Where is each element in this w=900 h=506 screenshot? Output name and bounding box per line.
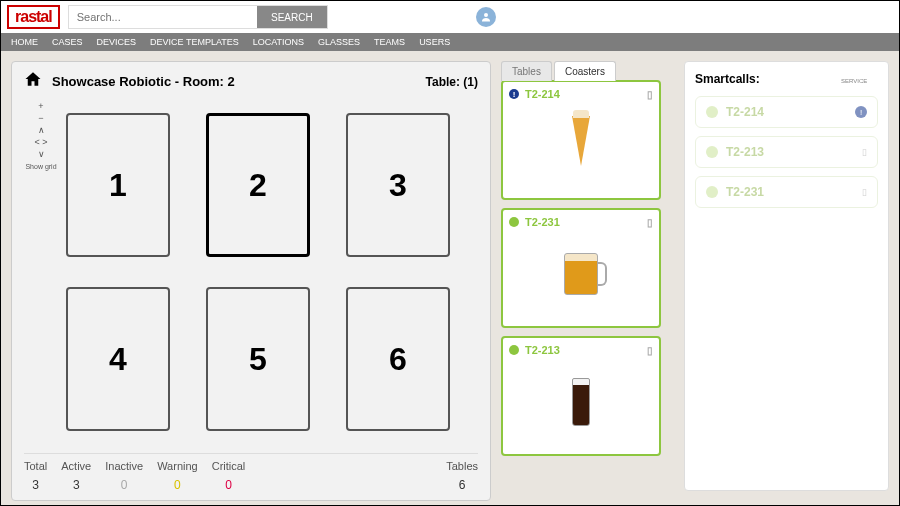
table-3[interactable]: 3 (346, 113, 450, 257)
smartcall-id: T2-231 (726, 185, 854, 199)
coasters-column: Tables Coasters ! T2-214 ▯ T2-231 ▯ (501, 61, 661, 501)
zoom-in-button[interactable]: + (38, 101, 43, 111)
coaster-id: T2-231 (525, 216, 560, 228)
coaster-card[interactable]: T2-231 ▯ (501, 208, 661, 328)
tab-tables[interactable]: Tables (501, 61, 552, 81)
pan-horizontal-button[interactable]: < > (34, 137, 47, 147)
nav-users[interactable]: USERS (419, 37, 450, 47)
search-box: SEARCH (68, 5, 328, 29)
status-ok-icon (509, 217, 519, 227)
zoom-out-button[interactable]: − (38, 113, 43, 123)
drink-mug-icon (509, 228, 653, 320)
main-panel: Showcase Robiotic - Room: 2 Table: (1) +… (11, 61, 491, 501)
show-grid-button[interactable]: Show grid (25, 163, 56, 170)
topbar: rastal SEARCH (1, 1, 899, 33)
panel-header: Showcase Robiotic - Room: 2 Table: (1) (24, 70, 478, 93)
battery-icon: ▯ (647, 217, 653, 228)
content: Showcase Robiotic - Room: 2 Table: (1) +… (1, 51, 899, 506)
view-controls: + − ∧ < > ∨ Show grid (24, 101, 58, 449)
nav-glasses[interactable]: GLASSES (318, 37, 360, 47)
status-dot-icon (706, 186, 718, 198)
battery-icon: ▯ (647, 89, 653, 100)
svg-point-0 (484, 13, 488, 17)
nav-device-templates[interactable]: DEVICE TEMPLATES (150, 37, 239, 47)
stat-total: Total3 (24, 460, 47, 492)
search-button[interactable]: SEARCH (257, 6, 327, 28)
stat-warning: Warning0 (157, 460, 198, 492)
coaster-list: ! T2-214 ▯ T2-231 ▯ T2-213 (501, 80, 661, 456)
service-label: SERVICE (841, 78, 867, 84)
battery-icon: ▯ (647, 345, 653, 356)
coaster-id: T2-213 (525, 344, 560, 356)
smartcalls-panel: Smartcalls: SERVICE T2-214 ! T2-213 ▯ T2… (684, 61, 889, 491)
smartcall-item[interactable]: T2-214 ! (695, 96, 878, 128)
drink-cola-icon (509, 356, 653, 448)
table-6[interactable]: 6 (346, 287, 450, 431)
nav-locations[interactable]: LOCATIONS (253, 37, 304, 47)
smartcall-id: T2-213 (726, 145, 854, 159)
home-icon[interactable] (24, 70, 42, 93)
tables-grid: 1 2 3 4 5 6 (58, 101, 478, 449)
tabs: Tables Coasters (501, 61, 661, 81)
stat-tables: Tables6 (446, 460, 478, 492)
logo: rastal (7, 5, 60, 29)
pan-up-button[interactable]: ∧ (38, 125, 45, 135)
status-dot-icon (706, 106, 718, 118)
table-1[interactable]: 1 (66, 113, 170, 257)
pan-down-button[interactable]: ∨ (38, 149, 45, 159)
panel-title: Showcase Robiotic - Room: 2 (52, 74, 416, 89)
stats-bar: Total3 Active3 Inactive0 Warning0 Critic… (24, 453, 478, 492)
nav-cases[interactable]: CASES (52, 37, 83, 47)
coaster-card[interactable]: ! T2-214 ▯ (501, 80, 661, 200)
status-dot-icon (706, 146, 718, 158)
status-ok-icon (509, 345, 519, 355)
drink-pilsner-icon (509, 100, 653, 192)
stat-critical: Critical0 (212, 460, 246, 492)
selected-table-label: Table: (1) (426, 75, 478, 89)
search-input[interactable] (69, 6, 257, 28)
battery-icon: ▯ (862, 187, 867, 197)
navbar: HOME CASES DEVICES DEVICE TEMPLATES LOCA… (1, 33, 899, 51)
service-alert-icon: ! (855, 106, 867, 118)
stat-inactive: Inactive0 (105, 460, 143, 492)
smartcall-id: T2-214 (726, 105, 847, 119)
smartcall-item[interactable]: T2-231 ▯ (695, 176, 878, 208)
nav-home[interactable]: HOME (11, 37, 38, 47)
nav-devices[interactable]: DEVICES (97, 37, 137, 47)
status-alert-icon: ! (509, 89, 519, 99)
user-avatar-icon[interactable] (476, 7, 496, 27)
nav-teams[interactable]: TEAMS (374, 37, 405, 47)
table-2[interactable]: 2 (206, 113, 310, 257)
table-5[interactable]: 5 (206, 287, 310, 431)
battery-icon: ▯ (862, 147, 867, 157)
coaster-id: T2-214 (525, 88, 560, 100)
table-4[interactable]: 4 (66, 287, 170, 431)
smartcall-item[interactable]: T2-213 ▯ (695, 136, 878, 168)
coaster-card[interactable]: T2-213 ▯ (501, 336, 661, 456)
stat-active: Active3 (61, 460, 91, 492)
tab-coasters[interactable]: Coasters (554, 61, 616, 81)
